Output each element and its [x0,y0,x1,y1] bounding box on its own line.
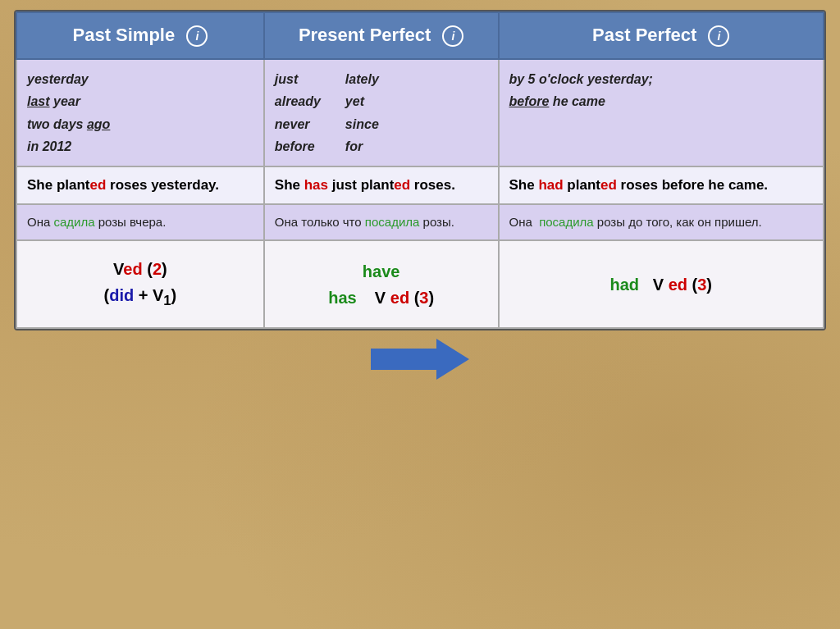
sentence-en-row: She planted roses yesterday. She has jus… [16,166,824,204]
keywords-past-perfect: by 5 o'clock yesterday; before he came [499,59,824,166]
sentence-ru-past-simple: Она садила розы вчера. [16,204,264,241]
header-present-perfect: Present Perfect i [264,12,499,59]
sentence-ru-row: Она садила розы вчера. Она только что по… [16,204,824,241]
header-past-simple: Past Simple i [16,12,264,59]
info-icon-past-perfect[interactable]: i [708,25,729,47]
svg-marker-0 [371,339,469,380]
right-arrow-icon [371,339,469,380]
sentence-en-past-perfect: She had planted roses before he came. [499,166,824,204]
main-table-wrapper: Past Simple i Present Perfect i Past Per… [14,10,826,330]
grammar-table: Past Simple i Present Perfect i Past Per… [16,11,824,329]
keywords-row: yesterday last year two days ago in 2012… [16,59,824,166]
arrow-container [371,339,469,380]
keywords-past-simple: yesterday last year two days ago in 2012 [16,59,264,166]
sentence-ru-present-perfect: Она только что посадила розы. [264,204,499,241]
sentence-en-past-simple: She planted roses yesterday. [16,166,264,204]
keywords-present-perfect: just already never before lately yet sin… [264,59,499,166]
formula-past-perfect: had V ed (3) [499,240,824,328]
header-past-perfect: Past Perfect i [499,12,824,59]
sentence-en-present-perfect: She has just planted roses. [264,166,499,204]
info-icon-present-perfect[interactable]: i [442,25,463,47]
formula-present-perfect: have has V ed (3) [264,240,499,328]
info-icon-past-simple[interactable]: i [186,25,208,47]
sentence-ru-past-perfect: Она посадила розы до того, как он пришел… [499,204,824,241]
formula-past-simple: Ved (2) (did + V1) [16,240,264,328]
formula-row: Ved (2) (did + V1) have has V ed (3) had… [16,240,824,328]
